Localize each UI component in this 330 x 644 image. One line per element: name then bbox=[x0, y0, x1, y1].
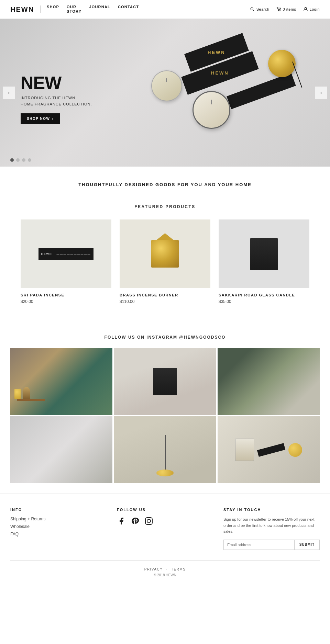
shelf-visual bbox=[17, 399, 45, 401]
nav-shop[interactable]: SHOP bbox=[47, 5, 59, 14]
product-price-candle: $35.00 bbox=[219, 299, 309, 304]
hero-gold-disc bbox=[268, 50, 296, 77]
instagram-image-1[interactable] bbox=[10, 348, 112, 415]
ig-incense-base bbox=[156, 470, 174, 476]
svg-point-6 bbox=[147, 519, 151, 523]
hero-prev-button[interactable]: ‹ bbox=[3, 87, 15, 99]
products-grid: HEWN —————————— SRI PADA INCENSE $20.00 … bbox=[21, 219, 309, 304]
cart-button[interactable]: 0 items bbox=[276, 7, 296, 12]
main-nav: SHOP OUR STORY JOURNAL CONTACT bbox=[47, 5, 250, 14]
svg-point-4 bbox=[305, 8, 306, 9]
terms-link[interactable]: TERMS bbox=[171, 567, 186, 571]
pinterest-icon[interactable] bbox=[131, 517, 140, 526]
facebook-icon[interactable] bbox=[117, 517, 126, 526]
featured-products-section: FEATURED PRODUCTS HEWN —————————— SRI PA… bbox=[0, 194, 330, 321]
svg-point-0 bbox=[251, 8, 253, 10]
footer-newsletter-col: STAY IN TOUCH Sign up for our newsletter… bbox=[223, 508, 320, 550]
hero-dot-4[interactable] bbox=[28, 158, 31, 162]
header-actions: Search 0 items Login bbox=[250, 7, 320, 12]
svg-rect-5 bbox=[145, 518, 152, 524]
footer-info-col: INFO Shipping + Returns Wholesale FAQ bbox=[10, 508, 107, 550]
footer-follow-title: FOLLOW US bbox=[117, 508, 213, 512]
instagram-image-6[interactable] bbox=[218, 416, 320, 483]
newsletter-form: SUBMIT bbox=[223, 540, 320, 550]
nav-contact[interactable]: CONTACT bbox=[118, 5, 139, 14]
hero-candle-1 bbox=[151, 70, 182, 101]
hero-dot-3[interactable] bbox=[22, 158, 25, 162]
instagram-icon[interactable] bbox=[144, 517, 153, 526]
product-price-burner: $110.00 bbox=[120, 299, 210, 304]
site-footer: INFO Shipping + Returns Wholesale FAQ FO… bbox=[0, 494, 330, 584]
brass-burner-visual bbox=[151, 240, 179, 268]
product-price-incense: $20.00 bbox=[21, 299, 111, 304]
product-name-candle: SAKKARIN ROAD GLASS CANDLE bbox=[219, 293, 309, 297]
newsletter-email-input[interactable] bbox=[223, 540, 295, 550]
logo: HEWN bbox=[10, 5, 34, 13]
ig6-candle bbox=[235, 439, 254, 461]
nav-journal[interactable]: JOURNAL bbox=[89, 5, 110, 14]
instagram-image-5[interactable] bbox=[114, 416, 216, 483]
hero-next-button[interactable]: › bbox=[315, 87, 327, 99]
search-button[interactable]: Search bbox=[250, 7, 270, 12]
instagram-section: FOLLOW US ON INSTAGRAM @HEWNGOODSCO bbox=[0, 321, 330, 494]
footer-link-shipping[interactable]: Shipping + Returns bbox=[10, 517, 107, 521]
hero-badge: NEW bbox=[21, 74, 92, 92]
product-card-incense[interactable]: HEWN —————————— SRI PADA INCENSE $20.00 bbox=[21, 219, 111, 304]
person-icon bbox=[303, 7, 308, 12]
newsletter-text: Sign up for our newsletter to receive 15… bbox=[223, 517, 320, 535]
instagram-title: FOLLOW US ON INSTAGRAM @HEWNGOODSCO bbox=[10, 335, 320, 340]
svg-point-7 bbox=[151, 519, 151, 520]
incense-box-visual: HEWN —————————— bbox=[38, 248, 94, 260]
hero-dots bbox=[10, 158, 31, 162]
chevron-right-icon: › bbox=[52, 117, 54, 121]
instagram-image-4[interactable] bbox=[10, 416, 112, 483]
ig6-disc bbox=[288, 443, 302, 457]
instagram-image-2[interactable] bbox=[114, 348, 216, 415]
header-divider bbox=[40, 5, 41, 13]
footer-bottom: PRIVACY · TERMS © 2018 HEWN bbox=[10, 561, 320, 577]
featured-products-title: FEATURED PRODUCTS bbox=[21, 204, 309, 209]
instagram-image-3[interactable] bbox=[218, 348, 320, 415]
cart-icon bbox=[276, 7, 281, 12]
hero-dot-1[interactable] bbox=[10, 158, 14, 162]
black-candle-visual bbox=[250, 238, 278, 270]
svg-line-1 bbox=[253, 10, 254, 11]
hero-box-3 bbox=[227, 73, 296, 109]
footer-main: INFO Shipping + Returns Wholesale FAQ FO… bbox=[10, 508, 320, 561]
search-icon bbox=[250, 7, 255, 12]
site-header: HEWN SHOP OUR STORY JOURNAL CONTACT Sear… bbox=[0, 0, 330, 19]
hero-content: NEW INTRODUCING THE HEWN HOME FRAGRANCE … bbox=[21, 74, 92, 124]
svg-point-2 bbox=[278, 11, 278, 11]
login-button[interactable]: Login bbox=[303, 7, 320, 12]
shelf-item-1 bbox=[14, 389, 21, 399]
hero-candle-2 bbox=[192, 91, 230, 129]
nav-our-story[interactable]: OUR STORY bbox=[67, 5, 81, 14]
footer-link-faq[interactable]: FAQ bbox=[10, 532, 107, 536]
product-name-burner: BRASS INCENSE BURNER bbox=[120, 293, 210, 297]
ig6-items-group bbox=[235, 439, 302, 461]
tagline-text: THOUGHTFULLY DESIGNED GOODS FOR YOU AND … bbox=[10, 182, 320, 187]
privacy-link[interactable]: PRIVACY bbox=[144, 567, 163, 571]
instagram-grid bbox=[10, 348, 320, 483]
hero-product-display: HEWN HEWN bbox=[131, 29, 302, 160]
svg-point-3 bbox=[279, 11, 280, 11]
newsletter-submit-button[interactable]: SUBMIT bbox=[295, 540, 320, 550]
product-image-burner bbox=[120, 219, 210, 288]
footer-copyright: © 2018 HEWN bbox=[10, 573, 320, 577]
product-card-burner[interactable]: BRASS INCENSE BURNER $110.00 bbox=[120, 219, 210, 304]
ig-dark-candle bbox=[153, 368, 177, 395]
product-card-candle[interactable]: SAKKARIN ROAD GLASS CANDLE $35.00 bbox=[219, 219, 309, 304]
footer-info-title: INFO bbox=[10, 508, 107, 512]
footer-newsletter-title: STAY IN TOUCH bbox=[223, 508, 320, 512]
footer-separator: · bbox=[166, 567, 167, 571]
hero-background: HEWN HEWN NEW INTRODUCING THE HEWN HOME … bbox=[0, 19, 330, 167]
product-name-incense: SRI PADA INCENSE bbox=[21, 293, 111, 297]
footer-link-wholesale[interactable]: Wholesale bbox=[10, 524, 107, 529]
footer-follow-col: FOLLOW US bbox=[117, 508, 213, 550]
product-image-incense: HEWN —————————— bbox=[21, 219, 111, 288]
hero-cta-button[interactable]: SHOP NOW › bbox=[21, 113, 60, 124]
hero-dot-2[interactable] bbox=[16, 158, 20, 162]
ig6-box bbox=[257, 443, 285, 456]
footer-legal-links: PRIVACY · TERMS bbox=[10, 567, 320, 571]
product-image-candle bbox=[219, 219, 309, 288]
